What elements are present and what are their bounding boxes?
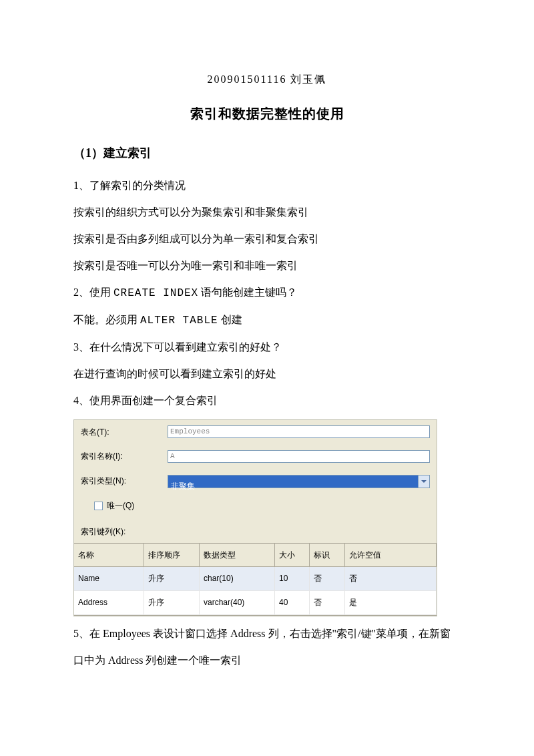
paragraph: 5、在 Employees 表设计窗口选择 Address 列，右击选择"索引/… [73, 620, 461, 674]
dropdown-button[interactable] [418, 475, 430, 488]
code-inline: ALTER TABLE [140, 315, 218, 327]
cell: 否 [310, 567, 345, 591]
index-type-label: 索引类型(N): [81, 471, 168, 491]
paragraph: 1、了解索引的分类情况 [73, 172, 461, 199]
cell: char(10) [200, 567, 275, 591]
cell: Address [74, 591, 144, 615]
cell: 否 [345, 567, 437, 591]
text: 创建 [218, 314, 242, 325]
unique-row: 唯一(Q) [74, 494, 437, 518]
paragraph: 2、使用 CREATE INDEX 语句能创建主键吗？ [73, 279, 461, 307]
col-dtype-header[interactable]: 数据类型 [200, 544, 275, 568]
grid-header-row: 名称 排序顺序 数据类型 大小 标识 允许空值 [74, 544, 437, 568]
paragraph: 不能。必须用 ALTER TABLE 创建 [73, 307, 461, 334]
col-sort-header[interactable]: 排序顺序 [144, 544, 200, 568]
index-dialog: 表名(T): Employees 索引名称(I): A 索引类型(N): 非聚集… [73, 419, 437, 616]
paragraph: 4、使用界面创建一个复合索引 [73, 387, 461, 414]
paragraph: 按索引是否唯一可以分为唯一索引和非唯一索引 [73, 252, 461, 279]
col-nullable-header[interactable]: 允许空值 [345, 544, 437, 568]
index-name-label: 索引名称(I): [81, 447, 168, 466]
cell: 否 [310, 591, 345, 615]
text: 不能。必须用 [73, 314, 140, 325]
table-name-label: 表名(T): [81, 423, 168, 442]
unique-label: 唯一(Q) [107, 496, 134, 516]
col-size-header[interactable]: 大小 [275, 544, 310, 568]
col-ident-header[interactable]: 标识 [310, 544, 345, 568]
cell: 升序 [144, 567, 200, 591]
table-row[interactable]: Name 升序 char(10) 10 否 否 [74, 567, 437, 591]
section-1-heading: （1）建立索引 [73, 139, 461, 168]
index-type-row: 索引类型(N): 非聚集 [74, 469, 437, 494]
text: 2、使用 [73, 287, 113, 298]
cell: 10 [275, 567, 310, 591]
unique-checkbox[interactable] [94, 502, 103, 510]
table-name-input[interactable]: Employees [168, 425, 430, 438]
code-inline: CREATE INDEX [113, 287, 198, 299]
text: 语句能创建主键吗？ [198, 287, 297, 298]
index-type-selected: 非聚集 [168, 475, 418, 488]
document-page: 200901501116 刘玉佩 索引和数据完整性的使用 （1）建立索引 1、了… [0, 0, 534, 714]
paragraph: 按索引的组织方式可以分为聚集索引和非聚集索引 [73, 199, 461, 226]
table-row[interactable]: Address 升序 varchar(40) 40 否 是 [74, 591, 437, 615]
key-columns-label: 索引键列(K): [74, 518, 437, 543]
cell: 40 [275, 591, 310, 615]
cell: varchar(40) [200, 591, 275, 615]
student-id-header: 200901501116 刘玉佩 [73, 67, 461, 92]
paragraph: 3、在什么情况下可以看到建立索引的好处？ [73, 334, 461, 361]
table-name-row: 表名(T): Employees [74, 420, 437, 445]
key-columns-grid: 名称 排序顺序 数据类型 大小 标识 允许空值 Name 升序 char(10)… [74, 543, 437, 616]
index-name-input[interactable]: A [168, 450, 430, 463]
paragraph: 按索引是否由多列组成可以分为单一索引和复合索引 [73, 226, 461, 252]
cell: 升序 [144, 591, 200, 615]
cell: Name [74, 567, 144, 591]
paragraph: 在进行查询的时候可以看到建立索引的好处 [73, 361, 461, 387]
cell: 是 [345, 591, 437, 615]
index-type-combo[interactable]: 非聚集 [168, 475, 430, 488]
chevron-down-icon [421, 480, 427, 483]
col-name-header[interactable]: 名称 [74, 544, 144, 568]
document-title: 索引和数据完整性的使用 [73, 98, 461, 130]
index-name-row: 索引名称(I): A [74, 444, 437, 469]
